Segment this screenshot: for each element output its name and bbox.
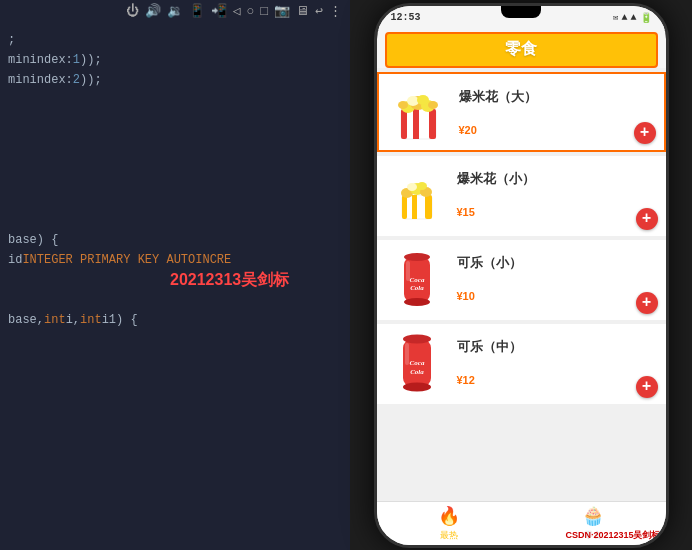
status-time: 12:53 — [391, 12, 421, 23]
coke-small-svg: Coca Cola — [392, 247, 442, 309]
code-line — [0, 170, 350, 190]
popcorn-small-svg — [392, 165, 442, 223]
svg-point-19 — [417, 182, 427, 190]
phone-mockup: 12:53 ✉ ▲ ▲ 🔋 零食 — [374, 3, 669, 548]
phone-screen: 12:53 ✉ ▲ ▲ 🔋 零食 — [377, 6, 666, 545]
code-line — [0, 210, 350, 230]
svg-point-21 — [404, 253, 430, 261]
hot-icon: 🔥 — [438, 505, 460, 527]
code-line: minindex: 2)); — [0, 70, 350, 90]
back-icon: ◁ — [233, 3, 241, 19]
nav-item-hot[interactable]: 🔥 最热 — [377, 505, 522, 542]
svg-point-9 — [398, 101, 408, 109]
food-image-coke-medium: Coca Cola — [387, 332, 447, 392]
svg-point-8 — [417, 95, 429, 105]
food-list[interactable]: 爆米花（大） ¥20 + — [377, 68, 666, 501]
square-icon: □ — [260, 4, 268, 19]
svg-rect-12 — [402, 195, 407, 219]
more-icon: ⋮ — [329, 3, 342, 19]
svg-text:Coca: Coca — [409, 276, 424, 284]
power-icon: ⏻ — [126, 4, 139, 19]
device-icon: 📲 — [211, 3, 227, 19]
food-item-popcorn-small[interactable]: 爆米花（小） ¥15 + — [377, 156, 666, 236]
food-item-popcorn-large[interactable]: 爆米花（大） ¥20 + — [377, 72, 666, 152]
camera-notch — [501, 6, 541, 18]
add-coke-small-button[interactable]: + — [636, 292, 658, 314]
code-line — [0, 290, 350, 310]
add-popcorn-small-button[interactable]: + — [636, 208, 658, 230]
code-line — [0, 130, 350, 150]
food-image-coke-small: Coca Cola — [387, 248, 447, 308]
food-image-popcorn-large — [389, 82, 449, 142]
nav-label-hot: 最热 — [440, 529, 458, 542]
svg-point-22 — [404, 298, 430, 306]
circle-icon: ○ — [247, 4, 255, 19]
app-header: 零食 — [385, 32, 658, 68]
snacks-icon: 🧁 — [582, 505, 604, 527]
code-line: minindex: 1)); — [0, 50, 350, 70]
svg-rect-3 — [429, 109, 436, 139]
food-info-popcorn-large: 爆米花（大） ¥20 — [459, 88, 654, 136]
coke-medium-svg: Coca Cola — [392, 331, 442, 393]
svg-rect-2 — [413, 109, 419, 139]
phone-icon: 📱 — [189, 3, 205, 19]
food-info-coke-medium: 可乐（中） ¥12 — [457, 338, 656, 386]
screen-icon: 🖥 — [296, 4, 309, 19]
wifi-icon: ▲ — [630, 12, 636, 23]
code-line — [0, 150, 350, 170]
svg-rect-25 — [406, 261, 410, 281]
csdn-watermark: CSDN·20212315吴剑标 — [562, 528, 663, 543]
food-name-popcorn-small: 爆米花（小） — [457, 170, 656, 188]
code-line — [0, 190, 350, 210]
message-icon: ✉ — [613, 12, 618, 23]
volume-icon: 🔊 — [145, 3, 161, 19]
food-name-coke-medium: 可乐（中） — [457, 338, 656, 356]
signal-icon: ▲ — [621, 12, 627, 23]
code-line — [0, 90, 350, 110]
code-line: id INTEGER PRIMARY KEY AUTOINCRE — [0, 250, 350, 270]
food-info-coke-small: 可乐（小） ¥10 — [457, 254, 656, 302]
status-icons: ✉ ▲ ▲ 🔋 — [613, 12, 651, 24]
camera-icon: 📷 — [274, 3, 290, 19]
food-image-popcorn-small — [387, 164, 447, 224]
food-name-popcorn-large: 爆米花（大） — [459, 88, 654, 106]
food-info-popcorn-small: 爆米花（小） ¥15 — [457, 170, 656, 218]
app-title: 零食 — [505, 39, 537, 60]
food-item-coke-medium[interactable]: Coca Cola 可乐（中） ¥12 + — [377, 324, 666, 404]
food-price-popcorn-large: ¥20 — [459, 124, 654, 136]
editor-toolbar: ⏻ 🔊 🔉 📱 📲 ◁ ○ □ 📷 🖥 ↩ ⋮ — [118, 0, 350, 22]
food-name-coke-small: 可乐（小） — [457, 254, 656, 272]
svg-point-18 — [407, 183, 417, 191]
battery-icon: 🔋 — [640, 12, 652, 24]
svg-text:Cola: Cola — [410, 284, 424, 292]
add-popcorn-large-button[interactable]: + — [634, 122, 656, 144]
code-line — [0, 270, 350, 290]
food-price-popcorn-small: ¥15 — [457, 206, 656, 218]
food-item-coke-small[interactable]: Coca Cola 可乐（小） ¥10 + — [377, 240, 666, 320]
svg-point-28 — [403, 382, 431, 391]
svg-rect-1 — [401, 109, 407, 139]
phone-container: 12:53 ✉ ▲ ▲ 🔋 零食 — [350, 0, 692, 550]
food-price-coke-small: ¥10 — [457, 290, 656, 302]
code-editor: ⏻ 🔊 🔉 📱 📲 ◁ ○ □ 📷 🖥 ↩ ⋮ ; minindex: 1));… — [0, 0, 350, 550]
add-coke-medium-button[interactable]: + — [636, 376, 658, 398]
code-line: base) { — [0, 230, 350, 250]
svg-rect-13 — [412, 195, 417, 219]
svg-point-27 — [403, 334, 431, 343]
undo-icon: ↩ — [315, 3, 323, 19]
code-line — [0, 110, 350, 130]
code-line: ; — [0, 30, 350, 50]
svg-text:Cola: Cola — [410, 368, 424, 376]
svg-rect-31 — [405, 343, 409, 365]
vol-down-icon: 🔉 — [167, 3, 183, 19]
food-price-coke-medium: ¥12 — [457, 374, 656, 386]
popcorn-large-svg — [391, 81, 446, 143]
svg-text:Coca: Coca — [409, 359, 424, 367]
code-line: base, int i, int i1) { — [0, 310, 350, 330]
svg-rect-14 — [425, 195, 432, 219]
svg-point-10 — [428, 101, 438, 109]
